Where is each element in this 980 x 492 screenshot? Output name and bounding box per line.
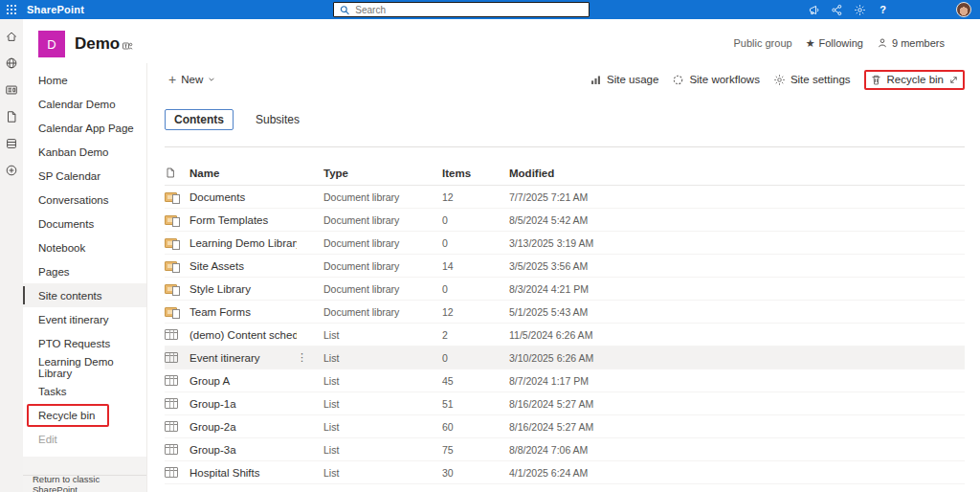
table-row[interactable]: Style Library ⋮ Document library 0 8/3/2… — [165, 278, 965, 301]
row-type: Document library — [323, 237, 442, 249]
row-name-link[interactable]: Learning Demo Library — [189, 237, 297, 249]
row-name-link[interactable]: Group-3a — [189, 444, 297, 456]
column-header-name[interactable]: Name — [189, 168, 323, 179]
row-name-link[interactable]: Group-1a — [189, 398, 297, 410]
tab-subsites[interactable]: Subsites — [247, 110, 308, 129]
sidebar-item[interactable]: Site contents — [23, 283, 146, 307]
document-icon[interactable] — [2, 107, 21, 126]
bar-chart-icon — [590, 74, 602, 86]
share-network-icon[interactable] — [830, 3, 844, 17]
sidebar-item[interactable]: Calendar Demo — [23, 92, 146, 116]
row-name-link[interactable]: Form Templates — [189, 214, 297, 226]
sidebar-item[interactable]: Kanban Demo — [23, 140, 146, 164]
brand-label[interactable]: SharePoint — [27, 4, 84, 15]
table-row[interactable]: Learning Demo Library ⋮ Document library… — [165, 232, 965, 255]
workflow-icon — [672, 74, 684, 86]
site-logo[interactable]: D — [38, 31, 65, 57]
sidebar-item[interactable]: SP Calendar — [23, 164, 146, 188]
column-header-items[interactable]: Items — [442, 168, 509, 179]
site-workflows-button[interactable]: Site workflows — [672, 74, 760, 86]
table-row[interactable]: Site Assets ⋮ Document library 14 3/5/20… — [165, 255, 965, 278]
table-row[interactable]: (demo) Content scheduler ⋮ List 2 11/5/2… — [165, 324, 965, 347]
megaphone-icon[interactable] — [807, 3, 821, 17]
site-nav-items: Home Calendar Demo Calendar App Page Kan… — [23, 63, 146, 451]
site-contents-main: + New Site usage Site workflows — [147, 63, 980, 492]
content-type-icon — [165, 238, 177, 248]
site-settings-button[interactable]: Site settings — [773, 74, 851, 86]
members-button[interactable]: 9 members — [877, 37, 945, 49]
user-avatar[interactable] — [956, 2, 971, 17]
sidebar-item[interactable]: Learning Demo Library — [23, 355, 146, 379]
sidebar-item[interactable]: Conversations — [23, 188, 146, 212]
row-type: List — [323, 398, 442, 410]
content-type-icon — [165, 467, 178, 478]
row-name-link[interactable]: Site Assets — [189, 260, 297, 272]
column-header-type[interactable]: Type — [323, 168, 442, 179]
sidebar-item-label: Learning Demo Library — [38, 356, 146, 379]
row-name-link[interactable]: Team Forms — [189, 306, 297, 318]
table-row[interactable]: Team Forms ⋮ Document library 12 5/1/202… — [165, 301, 965, 324]
library-icon[interactable] — [2, 134, 21, 153]
news-icon[interactable] — [2, 80, 21, 100]
row-name-link[interactable]: Hospital Shifts — [189, 467, 297, 479]
row-modified: 8/16/2024 5:27 AM — [509, 398, 965, 410]
sidebar-item[interactable]: Tasks — [23, 379, 146, 403]
home-icon[interactable] — [2, 27, 21, 46]
site-header-meta: Public group ★ Following 9 members — [733, 37, 945, 49]
content-type-icon — [165, 284, 177, 294]
row-more-menu-icon[interactable]: ⋮ — [297, 351, 307, 363]
recycle-bin-button[interactable]: Recycle bin — [870, 74, 944, 86]
globe-icon[interactable] — [2, 54, 21, 73]
table-row[interactable]: Group-1a ⋮ List 51 8/16/2024 5:27 AM — [165, 392, 965, 415]
sidebar-item[interactable]: Pages — [23, 259, 146, 283]
column-header-modified[interactable]: Modified — [509, 168, 965, 179]
row-type: List — [323, 444, 442, 456]
table-row[interactable]: Group-3a ⋮ List 75 8/8/2024 7:06 AM — [165, 438, 965, 461]
page-icon — [165, 167, 176, 179]
new-button[interactable]: + New — [165, 71, 219, 88]
sidebar-item[interactable]: Event itinerary — [23, 307, 146, 331]
row-type: Document library — [323, 260, 442, 272]
command-bar-right: Site usage Site workflows Site settings — [590, 69, 965, 90]
sidebar-item-label: Documents — [38, 218, 94, 230]
row-name-link[interactable]: (demo) Content scheduler — [189, 329, 297, 341]
search-input[interactable] — [355, 5, 583, 15]
following-button[interactable]: ★ Following — [806, 37, 863, 49]
row-name-link[interactable]: Documents — [189, 191, 297, 203]
create-site-icon[interactable] — [2, 161, 21, 180]
table-row[interactable]: Hospital Shifts ⋮ List 30 4/1/2025 6:24 … — [165, 461, 965, 484]
site-title[interactable]: Demo — [75, 34, 120, 54]
table-row[interactable]: Group A ⋮ List 45 8/7/2024 1:17 PM — [165, 369, 965, 392]
table-row[interactable]: Group-2a ⋮ List 60 8/16/2024 5:27 AM — [165, 415, 965, 438]
table-row[interactable]: Form Templates ⋮ Document library 0 8/5/… — [165, 209, 965, 232]
row-name-link[interactable]: Event itinerary — [189, 352, 297, 364]
content-type-icon — [165, 421, 178, 432]
sidebar-item[interactable]: PTO Requests — [23, 331, 146, 355]
row-name-link[interactable]: Group-2a — [189, 421, 297, 433]
table-row[interactable]: Event itinerary ⋮ List 0 3/10/2025 6:26 … — [165, 347, 965, 369]
app-launcher-icon[interactable] — [0, 0, 23, 19]
row-name-link[interactable]: Style Library — [189, 283, 297, 295]
site-usage-button[interactable]: Site usage — [590, 74, 658, 86]
sidebar-item[interactable]: Recycle bin — [23, 403, 146, 427]
sidebar-item[interactable]: Notebook — [23, 235, 146, 259]
settings-gear-icon[interactable] — [853, 3, 867, 17]
command-bar: + New Site usage Site workflows — [165, 69, 965, 90]
row-items-count: 14 — [442, 260, 509, 272]
sidebar-item[interactable]: Documents — [23, 212, 146, 235]
search-box[interactable] — [333, 2, 590, 17]
table-row[interactable]: Documents ⋮ Document library 12 7/7/2025… — [165, 186, 965, 209]
classic-sharepoint-link[interactable]: Return to classic SharePoint — [23, 475, 146, 492]
sidebar-item[interactable]: Edit — [23, 427, 146, 451]
sidebar-item[interactable]: Calendar App Page — [23, 116, 146, 140]
sidebar-item-label: Pages — [38, 266, 70, 278]
row-type: Document library — [323, 214, 442, 226]
help-icon[interactable]: ? — [876, 3, 890, 17]
sidebar-item[interactable]: Home — [23, 68, 146, 92]
privacy-label: Public group — [733, 37, 791, 49]
row-name-link[interactable]: Group A — [189, 375, 297, 387]
expand-icon[interactable] — [948, 75, 959, 85]
star-icon: ★ — [806, 38, 815, 49]
tab-contents[interactable]: Contents — [165, 109, 234, 130]
content-type-icon — [165, 307, 177, 317]
